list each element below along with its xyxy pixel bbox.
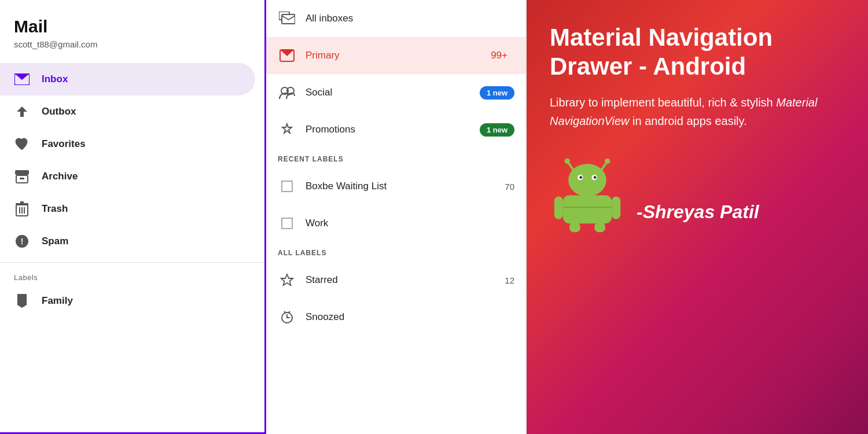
svg-rect-36	[554, 196, 563, 219]
svg-point-30	[568, 164, 606, 196]
right-panel: Material Navigation Drawer - Android Lib…	[527, 0, 868, 434]
nav-item-trash[interactable]: Trash	[0, 193, 255, 225]
svg-rect-38	[569, 222, 580, 232]
right-title-line2: Drawer - Android	[550, 53, 746, 80]
recent-labels-header: RECENT LABELS	[266, 148, 526, 168]
inbox-item-social[interactable]: Social 1 new	[266, 74, 526, 111]
labels-section: Labels	[0, 267, 264, 285]
svg-point-27	[565, 159, 570, 164]
svg-rect-8	[20, 201, 24, 204]
svg-marker-2	[17, 106, 27, 117]
svg-rect-15	[282, 14, 295, 24]
svg-rect-5	[20, 178, 24, 179]
nav-item-inbox-label: Inbox	[42, 73, 68, 85]
svg-marker-20	[281, 274, 293, 285]
nav-item-spam[interactable]: ! Spam	[0, 225, 255, 258]
author-text: -Shreyas Patil	[637, 201, 759, 223]
svg-rect-37	[612, 196, 620, 219]
svg-point-34	[594, 176, 597, 179]
nav-item-outbox[interactable]: Outbox	[0, 95, 255, 128]
nav-item-inbox[interactable]: Inbox	[0, 63, 255, 95]
inbox-item-social-label: Social	[306, 87, 470, 98]
nav-item-family[interactable]: Family	[0, 285, 255, 317]
starred-icon	[278, 271, 296, 289]
inbox-item-work-label: Work	[306, 218, 514, 229]
user-email: scott_t88@gmail.com	[14, 39, 251, 49]
nav-divider	[0, 262, 264, 263]
right-title-line1: Material Navigation	[550, 24, 773, 51]
inbox-item-work[interactable]: Work	[266, 205, 526, 242]
inbox-item-starred-label: Starred	[306, 274, 495, 286]
snoozed-icon	[278, 308, 296, 326]
inbox-item-boxbe[interactable]: Boxbe Waiting List 70	[266, 168, 526, 205]
inbox-item-snoozed-label: Snoozed	[306, 311, 514, 323]
svg-marker-1	[14, 73, 30, 80]
right-description: Library to implement beautiful, rich & s…	[550, 93, 845, 130]
nav-item-trash-label: Trash	[42, 203, 68, 215]
inbox-item-snoozed[interactable]: Snoozed	[266, 299, 526, 336]
social-badge: 1 new	[480, 86, 514, 100]
inbox-item-primary-label: Primary	[306, 50, 475, 61]
all-labels-header: ALL LABELS	[266, 242, 526, 262]
inbox-items-list: All inboxes Primary 99+	[266, 0, 526, 336]
left-nav-panel: Mail scott_t88@gmail.com Inbox Outbox	[0, 0, 266, 434]
primary-badge: 99+	[484, 47, 514, 64]
svg-point-29	[605, 159, 610, 164]
app-title: Mail	[14, 16, 251, 37]
inbox-item-starred[interactable]: Starred 12	[266, 262, 526, 299]
nav-item-favorites-label: Favorites	[42, 138, 86, 150]
android-robot-icon	[550, 148, 625, 234]
inbox-icon	[14, 71, 30, 87]
svg-text:!: !	[21, 237, 24, 246]
inbox-item-promotions[interactable]: Promotions 1 new	[266, 111, 526, 148]
archive-icon	[14, 168, 30, 185]
work-icon	[278, 214, 296, 233]
promotions-icon	[278, 120, 296, 139]
social-icon	[278, 83, 296, 102]
nav-item-spam-label: Spam	[42, 236, 68, 247]
svg-marker-17	[280, 50, 294, 56]
inbox-item-all-label: All inboxes	[306, 13, 514, 24]
trash-icon	[14, 201, 30, 217]
svg-point-33	[579, 176, 582, 179]
labels-title: Labels	[14, 273, 38, 282]
right-title: Material Navigation Drawer - Android	[550, 23, 845, 82]
spam-icon: !	[14, 233, 30, 249]
svg-rect-3	[15, 170, 29, 175]
middle-panel: All inboxes Primary 99+	[266, 0, 527, 434]
family-icon	[14, 293, 30, 309]
nav-item-family-label: Family	[42, 295, 73, 307]
inbox-item-all[interactable]: All inboxes	[266, 0, 526, 37]
outbox-icon	[14, 104, 30, 120]
right-bottom: -Shreyas Patil	[550, 148, 845, 234]
inbox-item-primary[interactable]: Primary 99+	[266, 37, 526, 74]
svg-rect-35	[563, 195, 612, 223]
svg-rect-39	[594, 222, 605, 232]
nav-item-archive-label: Archive	[42, 171, 78, 182]
mail-header: Mail scott_t88@gmail.com	[0, 0, 264, 58]
nav-item-favorites[interactable]: Favorites	[0, 128, 255, 160]
primary-icon	[278, 46, 296, 65]
promotions-badge: 1 new	[480, 123, 514, 137]
favorites-icon	[14, 136, 30, 152]
inbox-item-boxbe-label: Boxbe Waiting List	[306, 181, 495, 192]
boxbe-icon	[278, 177, 296, 196]
nav-items-list: Inbox Outbox Favorites	[0, 58, 264, 432]
inbox-item-promotions-label: Promotions	[306, 124, 470, 135]
all-inboxes-icon	[278, 9, 296, 28]
starred-badge: 12	[505, 275, 514, 285]
boxbe-badge: 70	[505, 182, 514, 192]
nav-item-archive[interactable]: Archive	[0, 160, 255, 193]
nav-item-outbox-label: Outbox	[42, 106, 76, 117]
